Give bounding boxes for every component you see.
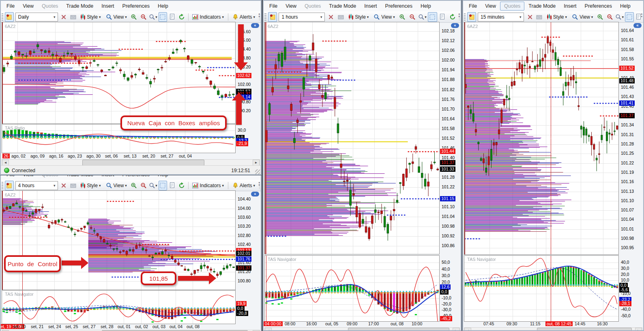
scroll-left-button[interactable]: ◄ [265,328,272,331]
view-dropdown[interactable]: View▾ [570,12,595,22]
horizontal-scrollbar[interactable]: ◄► [464,327,642,331]
style-dropdown[interactable]: Style▾ [346,12,371,22]
scroll-thumb[interactable] [537,328,632,331]
close-chart-button[interactable] [326,12,336,22]
scroll-thumb[interactable] [82,160,204,166]
menu-item-preferences[interactable]: Preferences [118,2,154,11]
scroll-right-button[interactable]: ► [253,160,260,166]
toolbar-grip[interactable] [264,13,266,21]
menu-item-preferences[interactable]: Preferences [381,2,416,11]
selection-tool-button[interactable] [625,12,634,22]
zoom-out-button[interactable] [139,12,148,22]
send-button[interactable] [69,181,77,190]
menu-item-preferences[interactable]: Preferences [581,2,616,11]
collapse-axis-button[interactable]: « [251,23,259,28]
zoom-dropdown-button[interactable]: ▾ [148,12,158,22]
pin-note-button[interactable] [268,12,277,22]
scroll-right-button[interactable]: ► [453,328,459,331]
style-dropdown[interactable]: Style▾ [545,12,569,22]
document-button[interactable] [438,12,447,22]
zoom-dropdown-button[interactable]: ▾ [148,181,158,190]
scroll-left-button[interactable]: ◄ [464,328,471,331]
toolbar-overflow-button[interactable]: ▴▾ [258,181,260,186]
selection-tool-button[interactable] [428,12,437,22]
document-button[interactable] [168,12,176,22]
menu-item-file[interactable]: File [265,2,281,11]
refresh-button[interactable] [177,12,186,22]
zoom-dropdown-button[interactable]: ▾ [418,12,427,22]
collapse-axis-button[interactable]: « [451,23,459,28]
period-combobox[interactable]: Daily▾ [15,13,58,21]
chevron-down-icon[interactable]: ▾ [52,15,58,19]
scroll-thumb[interactable] [348,328,449,331]
toolbar-grip[interactable] [2,182,3,189]
menu-item-file[interactable]: File [2,2,19,11]
period-combobox[interactable]: 4 hours▾ [15,181,58,190]
close-chart-button[interactable] [60,12,68,22]
menu-item-quotes[interactable]: Quotes [500,2,524,11]
menu-item-trade-mode[interactable]: Trade Mode [325,2,360,11]
style-dropdown[interactable]: Style▾ [78,181,103,190]
document-button[interactable] [168,181,176,190]
menu-item-insert[interactable]: Insert [97,2,118,11]
indicators-dropdown[interactable]: Indicators▾ [190,181,226,190]
price-chart-canvas[interactable] [2,22,236,124]
alerts-dropdown[interactable]: Alerts▾ [230,181,257,190]
horizontal-scrollbar[interactable]: ◄► [264,327,460,331]
menu-item-help[interactable]: Help [416,2,435,11]
refresh-button[interactable] [448,12,457,22]
chevron-down-icon[interactable]: ▾ [318,15,324,19]
selection-tool-button[interactable] [159,181,167,190]
scroll-right-button[interactable]: ► [635,328,642,331]
pin-note-button[interactable] [5,12,13,22]
zoom-in-button[interactable] [398,12,407,22]
send-button[interactable] [69,12,77,22]
close-chart-button[interactable] [60,181,68,190]
view-dropdown[interactable]: View▾ [104,181,129,190]
menu-item-trade-mode[interactable]: Trade Mode [62,2,97,11]
send-button[interactable] [336,12,346,22]
zoom-dropdown-button[interactable]: ▾ [615,12,624,22]
indicator-canvas[interactable] [2,290,236,324]
zoom-out-button[interactable] [605,12,614,22]
menu-item-quotes[interactable]: Quotes [301,2,325,11]
menu-item-help[interactable]: Help [154,2,172,11]
view-dropdown[interactable]: View▾ [371,12,397,22]
toolbar-overflow-button[interactable]: ▴▾ [641,12,642,18]
alerts-dropdown[interactable]: Alerts▾ [230,12,257,22]
indicators-dropdown[interactable]: Indicators▾ [190,12,226,22]
menu-item-view[interactable]: View [481,2,500,11]
refresh-button[interactable] [177,181,186,190]
zoom-in-button[interactable] [596,12,605,22]
price-chart-canvas[interactable] [264,22,440,254]
pin-note-button[interactable] [5,181,13,190]
price-chart-canvas[interactable] [464,22,619,255]
send-button[interactable] [535,12,544,22]
view-dropdown[interactable]: View▾ [104,12,129,22]
menu-item-help[interactable]: Help [616,2,635,11]
toolbar-grip[interactable] [464,13,466,21]
pin-note-button[interactable] [467,12,476,22]
chevron-down-icon[interactable]: ▾ [517,15,524,19]
menu-item-trade-mode[interactable]: Trade Mode [524,2,560,11]
toolbar-grip[interactable] [2,13,3,21]
zoom-out-button[interactable] [408,12,417,22]
indicator-canvas[interactable] [464,255,619,322]
zoom-in-button[interactable] [130,181,138,190]
scroll-left-button[interactable]: ◄ [2,160,9,166]
menu-item-quotes[interactable]: Quotes [38,2,62,11]
menu-item-file[interactable]: File [465,2,481,11]
style-dropdown[interactable]: Style▾ [78,12,103,22]
menu-item-view[interactable]: View [281,2,301,11]
menu-item-insert[interactable]: Insert [560,2,580,11]
selection-tool-button[interactable] [159,12,167,22]
toolbar-overflow-button[interactable]: ▴▾ [258,12,260,18]
menu-item-insert[interactable]: Insert [360,2,381,11]
indicator-canvas[interactable] [264,255,440,322]
toolbar-overflow-button[interactable]: ▴▾ [458,12,460,18]
zoom-in-button[interactable] [130,12,138,22]
close-chart-button[interactable] [526,12,535,22]
collapse-axis-button[interactable]: « [251,192,259,196]
collapse-axis-button[interactable]: « [633,23,642,28]
period-combobox[interactable]: 15 minutes▾ [478,13,524,21]
